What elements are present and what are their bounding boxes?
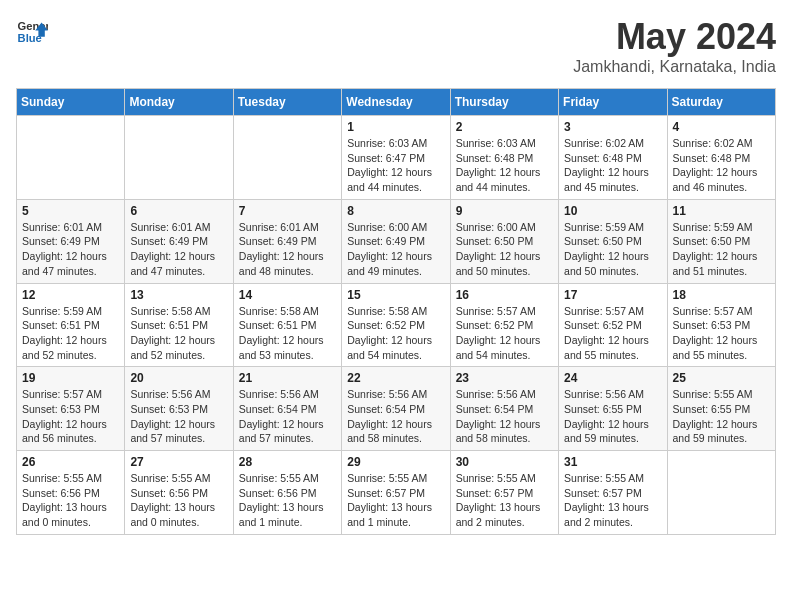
calendar-cell: 17Sunrise: 5:57 AM Sunset: 6:52 PM Dayli… — [559, 283, 667, 367]
day-info: Sunrise: 5:55 AM Sunset: 6:57 PM Dayligh… — [456, 471, 553, 530]
day-number: 5 — [22, 204, 119, 218]
calendar-cell: 21Sunrise: 5:56 AM Sunset: 6:54 PM Dayli… — [233, 367, 341, 451]
calendar-week-row: 19Sunrise: 5:57 AM Sunset: 6:53 PM Dayli… — [17, 367, 776, 451]
day-info: Sunrise: 5:58 AM Sunset: 6:52 PM Dayligh… — [347, 304, 444, 363]
calendar-cell: 26Sunrise: 5:55 AM Sunset: 6:56 PM Dayli… — [17, 451, 125, 535]
calendar-cell — [125, 116, 233, 200]
day-info: Sunrise: 5:56 AM Sunset: 6:54 PM Dayligh… — [456, 387, 553, 446]
calendar-cell: 31Sunrise: 5:55 AM Sunset: 6:57 PM Dayli… — [559, 451, 667, 535]
day-number: 26 — [22, 455, 119, 469]
day-number: 10 — [564, 204, 661, 218]
day-info: Sunrise: 5:57 AM Sunset: 6:52 PM Dayligh… — [456, 304, 553, 363]
calendar-cell: 5Sunrise: 6:01 AM Sunset: 6:49 PM Daylig… — [17, 199, 125, 283]
day-info: Sunrise: 6:02 AM Sunset: 6:48 PM Dayligh… — [673, 136, 770, 195]
day-info: Sunrise: 6:01 AM Sunset: 6:49 PM Dayligh… — [22, 220, 119, 279]
calendar-cell: 29Sunrise: 5:55 AM Sunset: 6:57 PM Dayli… — [342, 451, 450, 535]
day-number: 24 — [564, 371, 661, 385]
day-info: Sunrise: 5:55 AM Sunset: 6:57 PM Dayligh… — [347, 471, 444, 530]
day-number: 6 — [130, 204, 227, 218]
calendar-body: 1Sunrise: 6:03 AM Sunset: 6:47 PM Daylig… — [17, 116, 776, 535]
calendar-cell: 9Sunrise: 6:00 AM Sunset: 6:50 PM Daylig… — [450, 199, 558, 283]
day-number: 14 — [239, 288, 336, 302]
day-number: 3 — [564, 120, 661, 134]
col-tuesday: Tuesday — [233, 89, 341, 116]
day-info: Sunrise: 6:00 AM Sunset: 6:50 PM Dayligh… — [456, 220, 553, 279]
day-number: 11 — [673, 204, 770, 218]
calendar-cell: 15Sunrise: 5:58 AM Sunset: 6:52 PM Dayli… — [342, 283, 450, 367]
day-info: Sunrise: 5:55 AM Sunset: 6:56 PM Dayligh… — [130, 471, 227, 530]
day-number: 21 — [239, 371, 336, 385]
location-subtitle: Jamkhandi, Karnataka, India — [573, 58, 776, 76]
day-number: 31 — [564, 455, 661, 469]
col-saturday: Saturday — [667, 89, 775, 116]
calendar-cell: 4Sunrise: 6:02 AM Sunset: 6:48 PM Daylig… — [667, 116, 775, 200]
day-info: Sunrise: 5:58 AM Sunset: 6:51 PM Dayligh… — [239, 304, 336, 363]
day-number: 23 — [456, 371, 553, 385]
day-number: 15 — [347, 288, 444, 302]
title-block: May 2024 Jamkhandi, Karnataka, India — [573, 16, 776, 76]
calendar-cell: 19Sunrise: 5:57 AM Sunset: 6:53 PM Dayli… — [17, 367, 125, 451]
day-number: 12 — [22, 288, 119, 302]
calendar-header-row: Sunday Monday Tuesday Wednesday Thursday… — [17, 89, 776, 116]
day-number: 13 — [130, 288, 227, 302]
day-info: Sunrise: 5:59 AM Sunset: 6:50 PM Dayligh… — [564, 220, 661, 279]
calendar-cell — [233, 116, 341, 200]
calendar-week-row: 1Sunrise: 6:03 AM Sunset: 6:47 PM Daylig… — [17, 116, 776, 200]
calendar-cell: 28Sunrise: 5:55 AM Sunset: 6:56 PM Dayli… — [233, 451, 341, 535]
logo-icon: General Blue — [16, 16, 48, 48]
calendar-week-row: 5Sunrise: 6:01 AM Sunset: 6:49 PM Daylig… — [17, 199, 776, 283]
day-number: 29 — [347, 455, 444, 469]
calendar-cell: 13Sunrise: 5:58 AM Sunset: 6:51 PM Dayli… — [125, 283, 233, 367]
day-number: 27 — [130, 455, 227, 469]
day-number: 9 — [456, 204, 553, 218]
day-number: 16 — [456, 288, 553, 302]
day-info: Sunrise: 5:58 AM Sunset: 6:51 PM Dayligh… — [130, 304, 227, 363]
day-number: 25 — [673, 371, 770, 385]
col-friday: Friday — [559, 89, 667, 116]
day-info: Sunrise: 5:55 AM Sunset: 6:55 PM Dayligh… — [673, 387, 770, 446]
day-info: Sunrise: 6:01 AM Sunset: 6:49 PM Dayligh… — [130, 220, 227, 279]
calendar-cell: 30Sunrise: 5:55 AM Sunset: 6:57 PM Dayli… — [450, 451, 558, 535]
day-info: Sunrise: 5:56 AM Sunset: 6:55 PM Dayligh… — [564, 387, 661, 446]
calendar-cell: 24Sunrise: 5:56 AM Sunset: 6:55 PM Dayli… — [559, 367, 667, 451]
month-year-title: May 2024 — [573, 16, 776, 58]
day-number: 1 — [347, 120, 444, 134]
day-info: Sunrise: 5:56 AM Sunset: 6:54 PM Dayligh… — [239, 387, 336, 446]
col-monday: Monday — [125, 89, 233, 116]
day-info: Sunrise: 6:00 AM Sunset: 6:49 PM Dayligh… — [347, 220, 444, 279]
day-info: Sunrise: 5:56 AM Sunset: 6:54 PM Dayligh… — [347, 387, 444, 446]
calendar-cell: 23Sunrise: 5:56 AM Sunset: 6:54 PM Dayli… — [450, 367, 558, 451]
day-number: 28 — [239, 455, 336, 469]
calendar-cell: 1Sunrise: 6:03 AM Sunset: 6:47 PM Daylig… — [342, 116, 450, 200]
calendar-week-row: 26Sunrise: 5:55 AM Sunset: 6:56 PM Dayli… — [17, 451, 776, 535]
calendar-week-row: 12Sunrise: 5:59 AM Sunset: 6:51 PM Dayli… — [17, 283, 776, 367]
calendar-cell: 8Sunrise: 6:00 AM Sunset: 6:49 PM Daylig… — [342, 199, 450, 283]
calendar-cell: 20Sunrise: 5:56 AM Sunset: 6:53 PM Dayli… — [125, 367, 233, 451]
day-info: Sunrise: 5:56 AM Sunset: 6:53 PM Dayligh… — [130, 387, 227, 446]
day-number: 4 — [673, 120, 770, 134]
calendar-cell — [17, 116, 125, 200]
calendar-cell: 16Sunrise: 5:57 AM Sunset: 6:52 PM Dayli… — [450, 283, 558, 367]
day-number: 8 — [347, 204, 444, 218]
day-info: Sunrise: 6:01 AM Sunset: 6:49 PM Dayligh… — [239, 220, 336, 279]
calendar-cell: 14Sunrise: 5:58 AM Sunset: 6:51 PM Dayli… — [233, 283, 341, 367]
svg-text:Blue: Blue — [18, 32, 42, 44]
day-info: Sunrise: 5:55 AM Sunset: 6:56 PM Dayligh… — [239, 471, 336, 530]
day-number: 19 — [22, 371, 119, 385]
page-header: General Blue May 2024 Jamkhandi, Karnata… — [16, 16, 776, 76]
calendar-cell: 6Sunrise: 6:01 AM Sunset: 6:49 PM Daylig… — [125, 199, 233, 283]
calendar-cell: 18Sunrise: 5:57 AM Sunset: 6:53 PM Dayli… — [667, 283, 775, 367]
calendar-cell: 11Sunrise: 5:59 AM Sunset: 6:50 PM Dayli… — [667, 199, 775, 283]
calendar-cell: 22Sunrise: 5:56 AM Sunset: 6:54 PM Dayli… — [342, 367, 450, 451]
day-info: Sunrise: 6:03 AM Sunset: 6:48 PM Dayligh… — [456, 136, 553, 195]
day-number: 22 — [347, 371, 444, 385]
calendar-cell: 10Sunrise: 5:59 AM Sunset: 6:50 PM Dayli… — [559, 199, 667, 283]
day-info: Sunrise: 5:59 AM Sunset: 6:51 PM Dayligh… — [22, 304, 119, 363]
day-info: Sunrise: 5:55 AM Sunset: 6:56 PM Dayligh… — [22, 471, 119, 530]
day-info: Sunrise: 5:59 AM Sunset: 6:50 PM Dayligh… — [673, 220, 770, 279]
day-number: 30 — [456, 455, 553, 469]
day-number: 2 — [456, 120, 553, 134]
calendar-cell: 3Sunrise: 6:02 AM Sunset: 6:48 PM Daylig… — [559, 116, 667, 200]
day-info: Sunrise: 6:03 AM Sunset: 6:47 PM Dayligh… — [347, 136, 444, 195]
calendar-cell: 27Sunrise: 5:55 AM Sunset: 6:56 PM Dayli… — [125, 451, 233, 535]
